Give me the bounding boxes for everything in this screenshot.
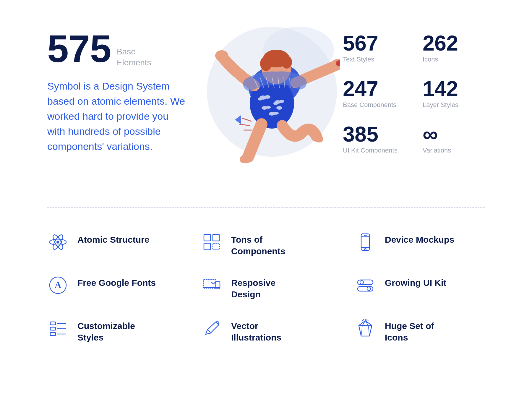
big-number: 575	[47, 30, 111, 68]
feature-label-huge-set-of-icons: Huge Set ofIcons	[385, 318, 434, 343]
svg-marker-34	[235, 115, 241, 124]
stat-number-icons: 262	[423, 33, 485, 54]
svg-line-69	[361, 325, 362, 336]
stat-number-layer-styles: 142	[423, 78, 485, 99]
svg-line-70	[368, 325, 369, 336]
components-icon	[201, 231, 222, 253]
svg-point-12	[273, 112, 279, 115]
feature-device-mockups: Device Mockups	[355, 231, 485, 257]
feature-responsive-design: ResposiveDesign	[201, 275, 331, 300]
svg-point-4	[265, 95, 270, 99]
stat-layer-styles: 142 Layer Styles	[423, 78, 485, 109]
svg-line-68	[369, 325, 372, 336]
stat-variations: ∞ Variations	[423, 124, 485, 154]
hero-number-row: 575 Base Elements	[47, 30, 201, 68]
styles-icon	[47, 318, 69, 339]
feature-huge-set-of-icons: Huge Set ofIcons	[355, 318, 485, 343]
features-grid: Atomic Structure Tons ofComponents	[47, 231, 485, 343]
feature-atomic-structure: Atomic Structure	[47, 231, 177, 257]
stats-panel: 567 Text Styles 262 Icons 247 Base Compo…	[343, 24, 485, 154]
vector-icon	[201, 318, 222, 339]
svg-line-67	[359, 325, 361, 336]
feature-growing-ui-kit: Growing UI Kit	[355, 275, 485, 300]
svg-rect-42	[213, 243, 219, 250]
feature-label-atomic-structure: Atomic Structure	[77, 231, 149, 245]
description-text: Symbol is a Design System based on atomi…	[47, 79, 186, 154]
svg-point-8	[273, 102, 278, 105]
svg-marker-66	[359, 321, 372, 325]
svg-point-55	[360, 281, 364, 284]
stat-number-text-styles: 567	[343, 33, 405, 54]
page-wrapper: 575 Base Elements Symbol is a Design Sys…	[0, 0, 532, 367]
stat-number-variations: ∞	[423, 124, 485, 145]
growing-icon	[355, 275, 376, 296]
stat-label-base-components: Base Components	[343, 101, 405, 109]
stat-label-layer-styles: Layer Styles	[423, 101, 485, 109]
stat-number-ui-kit: 385	[343, 124, 405, 145]
stat-text-styles: 567 Text Styles	[343, 33, 405, 63]
svg-rect-60	[50, 327, 56, 330]
font-icon: A	[47, 275, 69, 296]
svg-rect-47	[364, 235, 367, 236]
feature-label-device-mockups: Device Mockups	[385, 231, 454, 245]
stat-number-base-components: 247	[343, 78, 405, 99]
svg-text:A: A	[54, 280, 61, 290]
stat-label-icons: Icons	[423, 56, 485, 63]
feature-label-free-google-fonts: Free Google Fonts	[77, 275, 156, 288]
feature-label-growing-ui-kit: Growing UI Kit	[385, 275, 446, 288]
feature-label-tons-of-components: Tons ofComponents	[231, 231, 285, 257]
svg-rect-58	[50, 322, 56, 325]
svg-rect-62	[50, 333, 56, 335]
device-icon	[355, 231, 376, 253]
stat-label-text-styles: Text Styles	[343, 56, 405, 63]
svg-point-5	[258, 98, 262, 100]
feature-customizable-styles: CustomizableStyles	[47, 318, 177, 343]
svg-point-16	[260, 56, 272, 71]
svg-point-57	[367, 287, 371, 291]
atom-icon	[47, 231, 69, 253]
feature-tons-of-components: Tons ofComponents	[201, 231, 331, 257]
svg-rect-39	[204, 234, 210, 241]
top-section: 575 Base Elements Symbol is a Design Sys…	[47, 24, 485, 189]
svg-line-32	[239, 124, 250, 126]
stat-label-ui-kit: UI Kit Components	[343, 147, 405, 154]
svg-point-10	[266, 106, 271, 109]
svg-point-17	[281, 56, 292, 69]
hero-illustration	[204, 27, 340, 174]
stat-icons: 262 Icons	[423, 33, 485, 63]
stat-ui-kit-components: 385 UI Kit Components	[343, 124, 405, 154]
svg-point-7	[279, 100, 284, 103]
svg-point-46	[364, 249, 366, 250]
svg-line-31	[242, 118, 251, 121]
feature-label-responsive-design: ResposiveDesign	[231, 275, 275, 300]
svg-rect-40	[213, 234, 219, 241]
left-panel: 575 Base Elements Symbol is a Design Sys…	[47, 24, 201, 154]
feature-free-google-fonts: A Free Google Fonts	[47, 275, 177, 300]
feature-label-customizable-styles: CustomizableStyles	[77, 318, 135, 343]
icons-icon	[355, 318, 376, 339]
responsive-icon	[201, 275, 222, 296]
svg-line-75	[364, 319, 364, 320]
svg-line-74	[367, 319, 367, 320]
svg-point-38	[56, 241, 59, 244]
stat-label-variations: Variations	[423, 147, 485, 154]
base-label: Base Elements	[117, 43, 151, 68]
svg-point-13	[276, 106, 282, 110]
svg-line-76	[368, 320, 368, 321]
feature-vector-illustrations: VectorIllustrations	[201, 318, 331, 343]
svg-rect-41	[204, 243, 210, 250]
stat-base-components: 247 Base Components	[343, 78, 405, 109]
illustration-area	[201, 24, 343, 177]
svg-rect-43	[361, 234, 369, 250]
section-divider	[47, 207, 485, 208]
svg-point-18	[215, 50, 228, 61]
svg-line-77	[362, 320, 363, 321]
feature-label-vector-illustrations: VectorIllustrations	[231, 318, 281, 343]
svg-line-64	[207, 330, 210, 333]
